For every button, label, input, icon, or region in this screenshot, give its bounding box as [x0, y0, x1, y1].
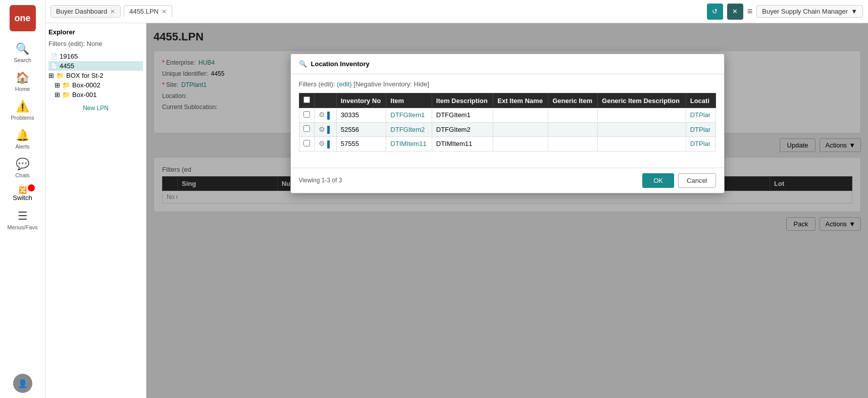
row1-checkbox[interactable] — [303, 111, 310, 118]
row2-inventory-no: 52556 — [336, 122, 386, 137]
tree-item-box-st2[interactable]: ⊞ 📁 BOX for St-2 — [48, 71, 143, 80]
row3-flag — [327, 140, 330, 148]
row2-action-icon[interactable]: ⚙ — [319, 125, 325, 133]
home-icon: 🏠 — [16, 71, 29, 84]
new-lpn-link[interactable]: New LPN — [48, 105, 143, 112]
row1-ext-item — [493, 108, 548, 123]
modal-buttons: OK Cancel — [642, 173, 716, 188]
modal-col-checkbox — [299, 93, 315, 108]
expand-icon-box0002: ⊞ — [55, 81, 60, 89]
modal-col-item-desc: Item Description — [432, 93, 493, 108]
modal-viewing-count: Viewing 1-3 of 3 — [299, 177, 342, 184]
user-role-label: Buyer Supply Chain Manager — [762, 8, 848, 15]
folder-icon-box-st2: 📁 — [56, 72, 64, 79]
modal-header: 🔍 Location Inventory — [291, 54, 724, 74]
row3-ext-item — [493, 137, 548, 152]
menu-icon[interactable]: ≡ — [747, 6, 753, 17]
tree-label-box001: Box-001 — [72, 91, 96, 98]
modal-ok-button[interactable]: OK — [642, 173, 674, 188]
row1-action-cell: ⚙ — [315, 108, 337, 123]
sidebar-item-alerts[interactable]: 🔔 Alerts — [0, 125, 45, 154]
row2-flag — [327, 126, 330, 134]
row1-generic-desc — [598, 108, 686, 123]
expand-icon-box001: ⊞ — [55, 91, 60, 98]
table-row: ⚙ 30335 DTFGItem1 DTFGItem1 — [299, 108, 716, 123]
switch-icon: 🔀 — [19, 186, 27, 194]
sidebar-item-chats[interactable]: 💬 Chats — [0, 154, 45, 182]
expand-icon-box-st2: ⊞ — [48, 72, 54, 79]
row3-item-desc: DTIMItem11 — [432, 137, 493, 152]
sidebar-item-menus[interactable]: ☰ Menus/Favs — [0, 206, 45, 234]
tree-item-19165[interactable]: 📄 19165 — [48, 52, 143, 61]
row3-item-link[interactable]: DTIMItem11 — [390, 140, 427, 147]
row1-flag — [327, 112, 330, 120]
modal-body: Filters (edit): (edit) [Negative Invento… — [291, 74, 724, 168]
sidebar-label-problems: Problems — [11, 115, 34, 121]
tree-label-19165: 19165 — [60, 53, 78, 60]
row3-item: DTIMItem11 — [386, 137, 432, 152]
modal-col-generic-item: Generic Item — [548, 93, 598, 108]
row3-action-icon[interactable]: ⚙ — [319, 139, 325, 147]
tab-close-4455[interactable]: ✕ — [162, 8, 167, 15]
close-button[interactable]: ✕ — [727, 4, 743, 20]
tree-item-box001[interactable]: ⊞ 📁 Box-001 — [48, 90, 143, 100]
chats-icon: 💬 — [16, 158, 29, 171]
row1-location: DTPlar — [686, 108, 716, 123]
alerts-icon: 🔔 — [16, 129, 29, 142]
row2-checkbox[interactable] — [303, 125, 310, 132]
user-role-dropdown[interactable]: Buyer Supply Chain Manager ▼ — [756, 5, 863, 18]
modal-col-generic-desc: Generic Item Description — [598, 93, 686, 108]
modal-col-location: Locati — [686, 93, 716, 108]
modal-select-all-checkbox[interactable] — [303, 96, 310, 103]
main-content: 4455.LPN Enterprise: HUB4 Unique Identif… — [146, 23, 868, 398]
sidebar-item-home[interactable]: 🏠 Home — [0, 67, 45, 96]
row3-checkbox-cell — [299, 137, 315, 152]
modal-footer: Viewing 1-3 of 3 OK Cancel — [291, 168, 724, 193]
row2-item-desc: DTFGItem2 — [432, 122, 493, 137]
sidebar-label-switch: Switch — [13, 194, 32, 202]
sidebar-item-search[interactable]: 🔍 Search — [0, 38, 45, 67]
table-row: ⚙ 52556 DTFGItem2 DTFGItem2 — [299, 122, 716, 137]
sidebar-item-problems[interactable]: ⚠️ Problems — [0, 96, 45, 125]
sidebar: one 🔍 Search 🏠 Home ⚠️ Problems 🔔 Alerts… — [0, 0, 45, 398]
row2-item-link[interactable]: DTFGItem2 — [390, 126, 425, 133]
modal-table-scroll[interactable]: Inventory No Item Item Description Ext I… — [299, 93, 716, 152]
row3-checkbox[interactable] — [303, 140, 310, 146]
file-icon-19165: 📄 — [50, 53, 58, 60]
modal-col-ext-item: Ext Item Name — [493, 93, 548, 108]
explorer-filters: Filters (edit): None — [48, 40, 143, 47]
modal-filters-edit-link[interactable]: (edit) — [337, 80, 353, 88]
filters-label: Filters (edit): — [48, 40, 85, 47]
row1-item-link[interactable]: DTFGItem1 — [390, 111, 425, 119]
sidebar-item-switch[interactable]: 🔀 Switch — [0, 182, 45, 206]
problems-icon: ⚠️ — [16, 100, 29, 113]
file-icon-4455: 📄 — [50, 63, 58, 69]
tree-item-box0002[interactable]: ⊞ 📁 Box-0002 — [48, 80, 143, 90]
modal-scrollbar[interactable] — [299, 155, 716, 162]
topbar: Buyer Dashboard ✕ 4455.LPN ✕ ↺ ✕ ≡ Buyer… — [45, 0, 868, 23]
table-row: ⚙ 57555 DTIMItem11 DTIMItem11 — [299, 137, 716, 152]
tree-item-4455[interactable]: 📄 4455 — [48, 61, 143, 71]
switch-badge — [28, 184, 35, 191]
app-logo: one — [10, 5, 36, 31]
tab-close-buyer-dashboard[interactable]: ✕ — [110, 8, 115, 15]
user-avatar[interactable]: 👤 — [13, 374, 32, 393]
row2-ext-item — [493, 122, 548, 137]
modal-col-inventory-no: Inventory No — [336, 93, 386, 108]
row2-item: DTFGItem2 — [386, 122, 432, 137]
row1-action-icon[interactable]: ⚙ — [319, 111, 325, 119]
location-inventory-modal: 🔍 Location Inventory Filters (edit): (ed… — [290, 54, 725, 193]
search-icon: 🔍 — [16, 42, 29, 56]
row2-checkbox-cell — [299, 122, 315, 137]
content-area: Explorer Filters (edit): None 📄 19165 📄 … — [45, 23, 868, 398]
modal-title: Location Inventory — [311, 60, 370, 68]
sidebar-label-menus: Menus/Favs — [8, 224, 38, 230]
row3-location: DTPlar — [686, 137, 716, 152]
tab-buyer-dashboard[interactable]: Buyer Dashboard ✕ — [50, 5, 121, 18]
modal-filters-label: Filters (edit): — [299, 80, 335, 88]
row1-item-desc: DTFGItem1 — [432, 108, 493, 123]
refresh-button[interactable]: ↺ — [707, 4, 723, 20]
tab-4455-lpn[interactable]: 4455.LPN ✕ — [124, 5, 172, 18]
modal-cancel-button[interactable]: Cancel — [678, 173, 716, 188]
row1-checkbox-cell — [299, 108, 315, 123]
